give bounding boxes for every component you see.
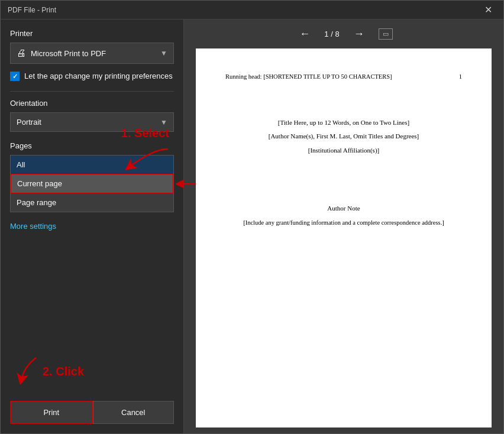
doc-affiliation: [Institutional Affiliation(s)] (225, 145, 462, 156)
bottom-annotation: 2. Click Print Cancel (10, 349, 174, 424)
orientation-label: Orientation (10, 99, 174, 108)
chevron-down-icon-2: ▼ (160, 118, 167, 127)
page-header: Running head: [SHORTENED TITLE UP TO 50 … (225, 72, 462, 82)
window-title: PDF File - Print (8, 6, 56, 14)
author-note-body: [Include any grant/funding information a… (225, 218, 462, 228)
main-content: Printer 🖨 Microsoft Print to PDF ▼ ✓ Let… (1, 20, 503, 433)
doc-author: [Author Name(s), First M. Last, Omit Tit… (225, 131, 462, 142)
title-bar: PDF File - Print ✕ (1, 1, 503, 20)
printer-name: Microsoft Print to PDF (31, 49, 106, 58)
doc-title: [Title Here, up to 12 Words, on One to T… (225, 118, 462, 128)
button-row: Print Cancel (10, 401, 174, 424)
header-left: Running head: [SHORTENED TITLE UP TO 50 … (225, 72, 392, 82)
annotation-area: All Current page (10, 155, 174, 212)
checkbox-row: ✓ Let the app change my printing prefere… (10, 71, 174, 82)
header-right: 1 (459, 72, 462, 82)
select-label: 1. Select (121, 127, 169, 140)
print-dialog: PDF File - Print ✕ Printer 🖨 Microsoft P… (0, 0, 504, 434)
author-note-title: Author Note (225, 203, 462, 214)
preview-panel: ← 1 / 8 → ▭ Running head: [SHORTENED TIT… (184, 20, 503, 433)
pages-section: Pages All Current page (10, 141, 174, 212)
page-preview: Running head: [SHORTENED TITLE UP TO 50 … (196, 48, 492, 427)
pages-item-range[interactable]: Page range (11, 193, 173, 212)
select-arrow-svg (118, 146, 177, 179)
orientation-value: Portrait (17, 118, 41, 127)
click-label: 2. Click (43, 365, 84, 378)
print-button[interactable]: Print (10, 401, 93, 424)
more-settings-link[interactable]: More settings (10, 222, 174, 231)
chevron-down-icon: ▼ (160, 49, 167, 57)
author-note-section: Author Note [Include any grant/funding i… (225, 203, 462, 228)
next-page-button[interactable]: → (349, 25, 369, 43)
printer-dropdown-inner: 🖨 Microsoft Print to PDF (17, 48, 106, 59)
cancel-button[interactable]: Cancel (93, 401, 175, 424)
printer-icon: 🖨 (17, 48, 26, 59)
click-arrow-svg (12, 355, 48, 384)
checkbox-label: Let the app change my printing preferenc… (24, 71, 173, 82)
prev-page-button[interactable]: ← (295, 25, 315, 43)
checkmark-icon: ✓ (12, 73, 18, 80)
close-button[interactable]: ✕ (480, 4, 496, 16)
printer-dropdown[interactable]: 🖨 Microsoft Print to PDF ▼ (10, 43, 174, 64)
select-annotation: 1. Select (121, 127, 169, 140)
printing-preferences-checkbox[interactable]: ✓ (10, 72, 20, 81)
page-indicator: 1 / 8 (324, 30, 339, 38)
left-panel: Printer 🖨 Microsoft Print to PDF ▼ ✓ Let… (1, 20, 184, 433)
page-body: [Title Here, up to 12 Words, on One to T… (225, 118, 462, 156)
arrow-down-annotation (118, 146, 177, 180)
fit-page-button[interactable]: ▭ (379, 28, 393, 40)
preview-nav: ← 1 / 8 → ▭ (295, 25, 392, 43)
printer-section-label: Printer (10, 29, 174, 38)
divider (10, 91, 174, 92)
